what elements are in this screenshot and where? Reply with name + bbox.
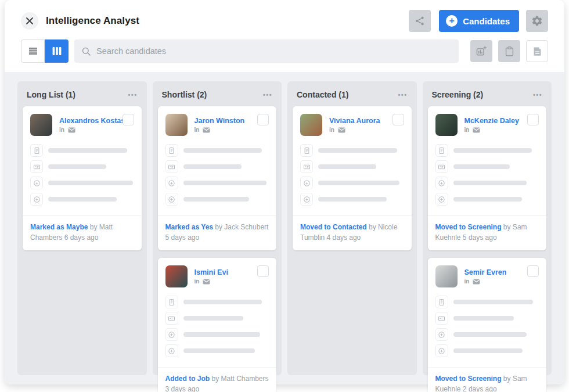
detail-line (183, 348, 269, 353)
window-header: Intelligence Analyst + Candidates (5, 0, 564, 39)
chart-plus-icon (476, 45, 487, 57)
detail-line (183, 316, 269, 321)
view-toggle (21, 39, 69, 63)
plus-circle-icon (435, 193, 448, 206)
column-cards: Alexandros Kostas in (23, 106, 142, 258)
candidate-name-link[interactable]: Semir Evren (464, 268, 507, 276)
candidate-card[interactable]: Viviana Aurora in (293, 106, 412, 250)
column-menu-button[interactable]: ••• (397, 91, 407, 99)
id-card-icon (165, 160, 178, 173)
column-menu-button[interactable]: ••• (532, 91, 542, 99)
envelope-icon[interactable] (203, 279, 210, 285)
column-cards: McKenzie Daley in (428, 106, 547, 392)
plus-circle-icon (165, 344, 178, 357)
column-cards: Viviana Aurora in (293, 106, 412, 258)
candidate-name-link[interactable]: Alexandros Kostas (59, 117, 125, 125)
activity-action: Moved to Screening (435, 223, 502, 231)
detail-bar (183, 164, 242, 169)
activity-action: Marked as Maybe (30, 223, 88, 231)
envelope-icon[interactable] (473, 279, 480, 285)
detail-bar (453, 148, 532, 153)
candidate-info: Alexandros Kostas in (59, 114, 125, 136)
pipeline-column: Contacted (1) ••• Viviana Aurora in (287, 81, 417, 375)
activity-note: Marked as Maybe by Matt Chambers 6 days … (23, 215, 142, 250)
search-input[interactable] (96, 46, 452, 56)
detail-line (48, 164, 134, 169)
candidate-name-link[interactable]: McKenzie Daley (464, 117, 519, 125)
kanban-view-icon (52, 46, 62, 56)
settings-button[interactable] (526, 10, 548, 32)
contact-icons: in (195, 127, 245, 133)
notes-button[interactable] (526, 40, 548, 62)
envelope-icon[interactable] (68, 127, 75, 133)
candidate-card[interactable]: Alexandros Kostas in (23, 106, 142, 250)
card-header: Semir Evren in (428, 258, 547, 289)
linkedin-icon[interactable]: in (59, 127, 64, 133)
linkedin-icon[interactable]: in (195, 279, 200, 285)
detail-bar (48, 164, 106, 169)
detail-bar (183, 332, 261, 337)
candidate-card[interactable]: Semir Evren in (428, 258, 547, 392)
plus-circle-icon (165, 328, 178, 341)
select-checkbox[interactable] (392, 114, 404, 125)
column-cards: Jaron Winston in (158, 106, 277, 392)
column-menu-button[interactable]: ••• (262, 91, 272, 99)
select-checkbox[interactable] (527, 114, 539, 125)
close-button[interactable] (21, 12, 38, 30)
contact-icons: in (329, 127, 380, 133)
candidate-card[interactable]: Ismini Evi in (158, 258, 277, 392)
select-checkbox[interactable] (257, 114, 269, 125)
activity-note: Moved to Screening by Sam Kuehnle 2 days… (428, 367, 547, 392)
card-header: McKenzie Daley in (428, 106, 547, 138)
activity-note: Marked as Yes by Jack Schubert 5 days ag… (158, 215, 277, 250)
activity-action: Added to Job (165, 375, 210, 383)
linkedin-icon[interactable]: in (329, 127, 334, 133)
detail-bar (453, 332, 527, 337)
detail-line (48, 148, 134, 153)
document-icon (300, 144, 313, 157)
detail-bar (183, 316, 243, 321)
clipboard-button[interactable] (498, 40, 520, 62)
card-details (23, 138, 142, 210)
detail-line (183, 181, 269, 185)
select-checkbox[interactable] (123, 114, 134, 125)
select-checkbox[interactable] (257, 265, 269, 277)
card-details (158, 138, 277, 210)
candidate-name-link[interactable]: Ismini Evi (195, 268, 228, 276)
detail-line (318, 164, 404, 169)
select-checkbox[interactable] (527, 265, 539, 277)
candidate-card[interactable]: McKenzie Daley in (428, 106, 547, 250)
detail-bar (453, 197, 522, 202)
column-title: Contacted (1) (297, 90, 348, 99)
detail-line (453, 300, 539, 304)
envelope-icon[interactable] (473, 127, 480, 133)
candidate-name-link[interactable]: Viviana Aurora (329, 117, 380, 125)
toolbar (5, 39, 564, 72)
plus-circle-icon (30, 193, 43, 206)
detail-bar (183, 197, 250, 202)
kanban-board: Long List (1) ••• Alexandros Kostas in (5, 72, 564, 384)
candidate-card[interactable]: Jaron Winston in (158, 106, 277, 250)
linkedin-icon[interactable]: in (464, 279, 470, 285)
kanban-view-button[interactable] (45, 39, 69, 63)
add-report-button[interactable] (470, 40, 492, 62)
candidate-name-link[interactable]: Jaron Winston (195, 117, 245, 125)
share-icon (414, 15, 426, 27)
detail-line (318, 197, 404, 202)
linkedin-icon[interactable]: in (464, 127, 470, 133)
share-button[interactable] (409, 10, 431, 32)
column-header: Screening (2) ••• (428, 87, 547, 106)
id-card-icon (300, 160, 313, 173)
envelope-icon[interactable] (338, 127, 345, 133)
contact-icons: in (464, 279, 507, 285)
linkedin-icon[interactable]: in (195, 127, 200, 133)
column-title: Shortlist (2) (162, 90, 207, 99)
detail-bar (48, 197, 117, 202)
detail-line (453, 197, 539, 202)
list-view-button[interactable] (21, 39, 45, 63)
add-candidates-button[interactable]: + Candidates (439, 10, 519, 32)
pipeline-column: Shortlist (2) ••• Jaron Winston in (153, 81, 282, 375)
column-menu-button[interactable]: ••• (127, 91, 137, 99)
envelope-icon[interactable] (203, 127, 210, 133)
detail-line (453, 348, 539, 353)
